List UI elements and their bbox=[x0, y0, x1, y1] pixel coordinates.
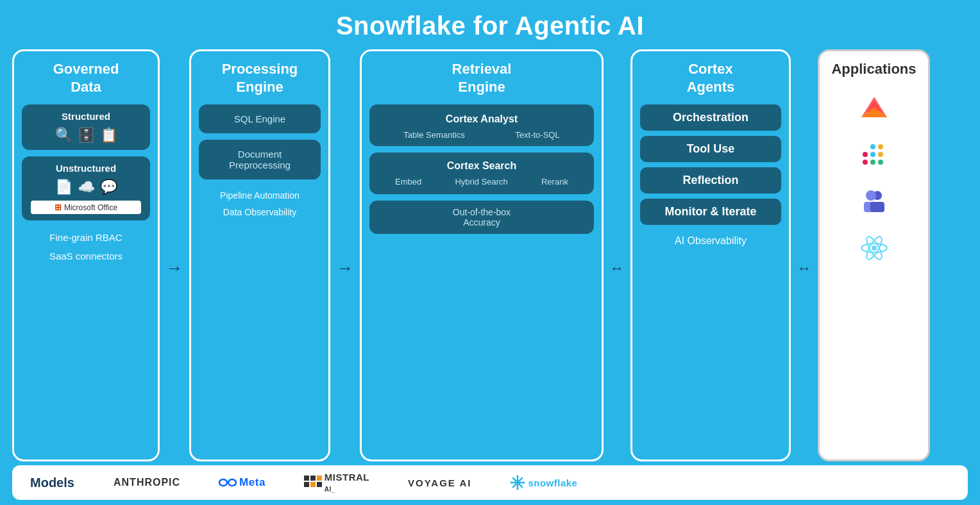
svg-rect-25 bbox=[310, 482, 316, 487]
slack-icon bbox=[857, 138, 891, 173]
sql-engine-box: SQL Engine bbox=[199, 104, 321, 133]
panel-cortex-agents: CortexAgents Orchestration Tool Use Refl… bbox=[630, 49, 791, 461]
svg-rect-22 bbox=[310, 476, 316, 481]
react-svg bbox=[859, 233, 890, 263]
anthropic-logo: ANTHROPIC bbox=[114, 477, 180, 488]
svg-rect-23 bbox=[317, 476, 322, 481]
unstructured-box: Unstructured 📄 ☁️ 💬 ⊞ Microsoft Office bbox=[22, 156, 150, 220]
mistral-text: MISTRALAI_ bbox=[325, 472, 369, 493]
streamlit-svg bbox=[859, 94, 890, 125]
svg-rect-6 bbox=[870, 160, 875, 165]
snowflake-logo: snowflake bbox=[510, 475, 577, 490]
cortex-analyst-label: Cortex Analyst bbox=[378, 113, 585, 125]
text-to-sql: Text-to-SQL bbox=[515, 130, 559, 140]
ai-observability-label: AI Observability bbox=[640, 235, 781, 247]
doc-preprocessing-box: DocumentPreprocessing bbox=[199, 140, 321, 179]
drive-icon: ☁️ bbox=[78, 179, 95, 195]
panel-applications: Applications bbox=[818, 49, 930, 461]
svg-point-31 bbox=[517, 476, 519, 477]
svg-rect-9 bbox=[878, 144, 883, 149]
voyage-text: VOYAGE AI bbox=[408, 477, 471, 488]
arrow-ret-cortex: ↔ bbox=[610, 62, 624, 474]
svg-rect-10 bbox=[878, 160, 883, 165]
svg-point-33 bbox=[511, 482, 512, 484]
teams-icon bbox=[857, 185, 891, 219]
meta-svg bbox=[219, 477, 237, 488]
svg-point-19 bbox=[219, 479, 227, 486]
pipeline-automation: Pipeline Automation bbox=[199, 188, 321, 203]
svg-rect-14 bbox=[870, 202, 884, 212]
svg-point-15 bbox=[872, 245, 877, 251]
svg-rect-24 bbox=[304, 482, 309, 487]
database-icon: 🗄️ bbox=[78, 127, 95, 144]
table-icon: 📋 bbox=[100, 127, 117, 144]
out-of-box-label: Out-of-the-boxAccuracy bbox=[453, 207, 511, 228]
tool-use-box: Tool Use bbox=[640, 136, 781, 162]
models-bar: Models ANTHROPIC Meta MISTRALAI_ VOYAGE … bbox=[12, 465, 968, 500]
microsoft-logo: ⊞ bbox=[55, 203, 62, 212]
pdf-icon: 📄 bbox=[55, 179, 72, 195]
arrow-proc-ret: → bbox=[337, 62, 353, 474]
svg-rect-8 bbox=[863, 160, 868, 165]
out-of-box-box: Out-of-the-boxAccuracy bbox=[369, 201, 594, 234]
svg-point-20 bbox=[228, 479, 236, 486]
panel-retrieval: RetrievalEngine Cortex Analyst Table Sem… bbox=[360, 49, 604, 461]
structured-box: Structured 🔍 🗄️ 📋 bbox=[22, 104, 150, 150]
sql-engine-label: SQL Engine bbox=[234, 113, 285, 124]
svg-rect-4 bbox=[870, 144, 875, 149]
cortex-analyst-items: Table Semantics Text-to-SQL bbox=[378, 130, 585, 140]
doc-preprocessing-label: DocumentPreprocessing bbox=[229, 149, 291, 170]
snowflake-text: snowflake bbox=[528, 477, 577, 488]
anthropic-text: ANTHROPIC bbox=[114, 477, 180, 488]
slack-svg bbox=[859, 140, 890, 171]
microsoft-office-label: Microsoft Office bbox=[64, 203, 117, 212]
reflection-label: Reflection bbox=[682, 174, 738, 186]
saas-connectors: SaaS connectors bbox=[22, 249, 150, 264]
structured-icons: 🔍 🗄️ 📋 bbox=[31, 127, 141, 144]
monitor-iterate-box: Monitor & Iterate bbox=[640, 199, 781, 225]
models-label: Models bbox=[30, 476, 75, 490]
svg-point-32 bbox=[517, 488, 519, 490]
cortex-agents-title: CortexAgents bbox=[640, 60, 781, 95]
hybrid-search-label: Hybrid Search bbox=[455, 177, 507, 186]
cortex-search-items: Embed Hybrid Search Rerank bbox=[378, 177, 585, 186]
svg-rect-5 bbox=[870, 152, 875, 157]
monitor-iterate-label: Monitor & Iterate bbox=[664, 205, 756, 218]
mistral-logo: MISTRALAI_ bbox=[304, 472, 369, 493]
unstructured-icons: 📄 ☁️ 💬 bbox=[31, 179, 141, 195]
svg-rect-7 bbox=[878, 152, 883, 157]
cortex-search-label: Cortex Search bbox=[378, 160, 585, 172]
page-title: Snowflake for Agentic AI bbox=[336, 12, 644, 40]
table-semantics: Table Semantics bbox=[403, 130, 464, 140]
meta-logo: Meta bbox=[219, 476, 266, 489]
svg-rect-26 bbox=[317, 482, 322, 487]
svg-rect-21 bbox=[304, 476, 309, 481]
cortex-analyst-box: Cortex Analyst Table Semantics Text-to-S… bbox=[369, 104, 594, 146]
arrow-gov-proc: → bbox=[166, 62, 183, 474]
panel-governed: GovernedData Structured 🔍 🗄️ 📋 Unstructu… bbox=[12, 49, 160, 461]
svg-rect-3 bbox=[863, 152, 868, 157]
fine-grain-rbac: Fine-grain RBAC bbox=[22, 231, 150, 245]
slack-icon: 💬 bbox=[100, 179, 117, 195]
applications-title: Applications bbox=[831, 60, 916, 78]
app-icons-list bbox=[827, 92, 920, 265]
react-icon bbox=[857, 231, 891, 265]
reflection-box: Reflection bbox=[640, 167, 781, 194]
embed-label: Embed bbox=[395, 177, 421, 186]
svg-point-12 bbox=[866, 190, 876, 201]
orchestration-box: Orchestration bbox=[640, 104, 781, 131]
mistral-svg bbox=[304, 476, 322, 490]
voyage-logo: VOYAGE AI bbox=[408, 477, 471, 488]
cortex-search-box: Cortex Search Embed Hybrid Search Rerank bbox=[369, 153, 594, 194]
svg-point-34 bbox=[523, 482, 525, 484]
meta-text: Meta bbox=[239, 476, 266, 489]
unstructured-label: Unstructured bbox=[31, 163, 141, 174]
processing-title: ProcessingEngine bbox=[199, 60, 321, 95]
panel-processing: ProcessingEngine SQL Engine DocumentPrep… bbox=[189, 49, 330, 461]
structured-label: Structured bbox=[31, 111, 141, 122]
snowflake-svg bbox=[510, 475, 525, 490]
teams-svg bbox=[859, 186, 890, 217]
search-icon: 🔍 bbox=[55, 127, 72, 144]
retrieval-title: RetrievalEngine bbox=[369, 60, 594, 95]
orchestration-label: Orchestration bbox=[673, 111, 748, 124]
